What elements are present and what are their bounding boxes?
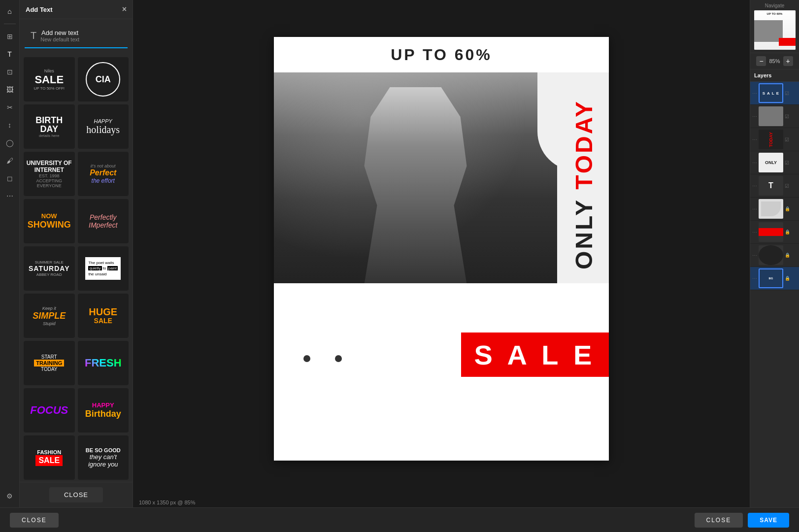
preset-huge-sale[interactable]: HUGE SALE [78, 294, 129, 338]
preset-birthday[interactable]: BIRTHDAY details here [24, 104, 75, 149]
text-presets-panel: Add Text × T Add new text New default te… [20, 0, 133, 507]
layer-thumb-1: S A L E [759, 83, 783, 103]
preset-keep-simple[interactable]: Keep it SIMPLE Stupid [24, 294, 75, 338]
bottom-save-button[interactable]: SAVE [748, 513, 789, 528]
toolbar-crop-icon[interactable]: ⊡ [2, 65, 17, 79]
dot-2 [335, 355, 342, 362]
add-text-content: Add new text New default text [40, 29, 79, 42]
layer-item-9[interactable]: ⋯ BG 🔒 [750, 267, 799, 290]
layer-dots-9[interactable]: ⋯ [752, 276, 757, 281]
layer-item-6[interactable]: ⋯ 🔒 [750, 198, 799, 221]
preset-happy-birthday[interactable]: HAPPY Birthday [78, 388, 129, 432]
layer-thumb-3: TODAY [759, 130, 783, 149]
layer-check-5: ☑ [785, 183, 789, 189]
toolbar-sep-1 [4, 24, 16, 24]
layers-label: Layers [750, 69, 799, 82]
preset-fresh[interactable]: FRESH [78, 341, 129, 385]
layer-check-1: ☑ [785, 91, 789, 96]
zoom-value: 85% [769, 58, 780, 64]
layer-item-4[interactable]: ⋯ ONLY ☑ [750, 151, 799, 174]
dots-row [303, 355, 342, 362]
toolbar-eraser-icon[interactable]: ◻ [2, 171, 17, 186]
toolbar-image-icon[interactable]: 🖼 [2, 82, 17, 97]
preset-saturday[interactable]: SUMMER SALE SATURDAY ABBEY ROAD [24, 246, 75, 291]
layer-only-text: ONLY [765, 160, 777, 165]
dot-1 [303, 355, 310, 362]
layer-item-3[interactable]: ⋯ TODAY ☑ [750, 128, 799, 151]
toolbar-text-icon[interactable]: T [2, 47, 17, 62]
layer-lock-6: 🔒 [785, 206, 790, 211]
layer-dots-4[interactable]: ⋯ [752, 160, 757, 166]
layer-dots-2[interactable]: ⋯ [752, 114, 757, 119]
right-panel: Navigate UP TO 60% − 85% + Layers ⋯ S A … [750, 0, 799, 507]
toolbar-settings-icon[interactable]: ⚙ [2, 489, 17, 503]
zoom-plus-button[interactable]: + [783, 56, 793, 66]
layer-lock-7: 🔒 [785, 230, 790, 234]
preset-training[interactable]: START TRAINING TODAY [24, 341, 75, 385]
layer-thumb-9: BG [759, 268, 783, 288]
sale-text: S A L E [474, 339, 596, 371]
canvas-bottom: S A L E [274, 283, 609, 461]
layer-dots-7[interactable]: ⋯ [752, 230, 757, 235]
toolbar-brush-icon[interactable]: 🖌 [2, 153, 17, 168]
vertical-today: TODAY [571, 100, 597, 190]
text-icon: T [31, 30, 36, 41]
layer-dots-6[interactable]: ⋯ [752, 206, 757, 212]
layer-thumb-8 [759, 245, 783, 265]
vertical-only: ONLY [571, 199, 597, 270]
layer-dots-3[interactable]: ⋯ [752, 137, 757, 142]
canvas-status: 1080 x 1350 px @ 85% [133, 498, 750, 507]
preset-cia[interactable]: CIA [78, 57, 129, 101]
panel-bottom: CLOSE [20, 482, 133, 507]
navigate-section: Navigate UP TO 60% [750, 0, 799, 53]
canvas-main-title: UP TO 60% [391, 46, 492, 64]
preset-happy-holidays[interactable]: HAPPY holidays [78, 104, 129, 149]
layer-item-2[interactable]: ⋯ ☑ [750, 105, 799, 128]
preset-perfect[interactable]: it's not about Perfect the effort [78, 152, 129, 196]
layer-item-5[interactable]: ⋯ T ☑ [750, 174, 799, 198]
navigate-thumb: UP TO 60% [754, 10, 796, 50]
layer-check-3: ☑ [785, 137, 789, 142]
layer-item-7[interactable]: ⋯ 🔒 [750, 221, 799, 244]
layer-dots-1[interactable]: ⋯ [752, 91, 757, 96]
layer-item-1[interactable]: ⋯ S A L E ☑ [750, 82, 799, 105]
bottom-bar: CLOSE CLOSE SAVE [0, 507, 799, 532]
preset-be-good[interactable]: BE SO GOOD they can'tignore you [78, 435, 129, 480]
toolbar-more-icon[interactable]: ⋯ [2, 189, 17, 203]
layer-dots-5[interactable]: ⋯ [752, 183, 757, 189]
toolbar-shape-icon[interactable]: ◯ [2, 135, 17, 150]
preset-focus[interactable]: FOCUS [24, 388, 75, 432]
panel-close-icon[interactable]: × [122, 5, 127, 14]
panel-close-button[interactable]: CLOSE [49, 487, 103, 502]
toolbar-home-icon[interactable]: ⌂ [2, 4, 17, 19]
preset-fashion-sale[interactable]: FASHION SALE [24, 435, 75, 480]
layer-today-text: TODAY [768, 132, 773, 147]
canvas-wrapper: UP TO 60% ONLY TODAY [133, 0, 750, 498]
canvas-top-bar: UP TO 60% [274, 37, 609, 72]
preset-sale[interactable]: Niles SALE UP TO 50% OFF! [24, 57, 75, 101]
layer-dots-8[interactable]: ⋯ [752, 253, 757, 258]
add-new-text-button[interactable]: T Add new text New default text [25, 24, 128, 48]
design-canvas[interactable]: UP TO 60% ONLY TODAY [274, 37, 609, 461]
bottom-right-buttons: CLOSE SAVE [695, 513, 789, 528]
layer-thumb-2 [759, 106, 783, 126]
preset-now-showing[interactable]: NOW SHOWING [24, 199, 75, 243]
bottom-close-left-button[interactable]: CLOSE [10, 513, 59, 528]
preset-poet[interactable]: The poet waits quietly to paint the unsa… [78, 246, 129, 291]
preset-university[interactable]: UNIVERSITY OFINTERNET EST. 1998ACCEPTING… [24, 152, 75, 196]
layer-lock-8: 🔒 [785, 253, 790, 258]
preset-perfectly-imperfect[interactable]: PerfectlyIMperfect [78, 199, 129, 243]
layer-item-8[interactable]: ⋯ 🔒 [750, 244, 799, 267]
zoom-minus-button[interactable]: − [756, 56, 766, 66]
layer-photo-preview [759, 106, 783, 126]
layer-check-2: ☑ [785, 114, 789, 119]
add-text-label: Add new text [41, 29, 78, 36]
toolbar-cut-icon[interactable]: ✂ [2, 100, 17, 115]
toolbar-move-icon[interactable]: ↕ [2, 118, 17, 133]
bottom-close-right-button[interactable]: CLOSE [695, 513, 743, 528]
vertical-text: ONLY TODAY [572, 100, 596, 269]
panel-title: Add Text [26, 6, 53, 13]
nav-thumb-title: UP TO 60% [767, 12, 783, 15]
nav-thumb-inner: UP TO 60% [754, 10, 796, 50]
toolbar-grid-icon[interactable]: ⊞ [2, 29, 17, 44]
